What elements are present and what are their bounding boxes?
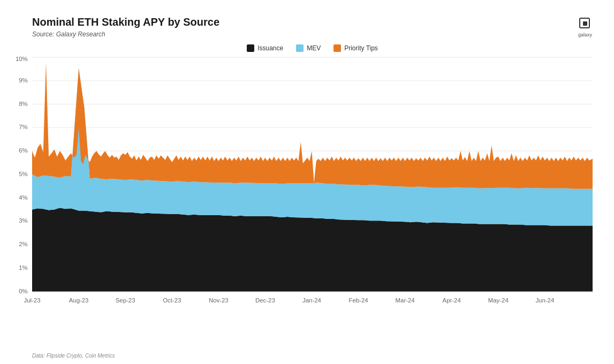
y-label-10: 10% <box>16 56 28 62</box>
chart-container: galaxy Nominal ETH Staking APY by Source… <box>0 0 614 364</box>
x-label-nov23: Nov-23 <box>209 297 229 304</box>
x-label-sep23: Sep-23 <box>116 297 135 304</box>
chart-legend: Issuance MEV Priority Tips <box>32 44 593 52</box>
issuance-label: Issuance <box>257 44 283 52</box>
y-label-0: 0% <box>19 287 27 294</box>
x-label-jun24: Jun-24 <box>535 297 554 304</box>
x-label-jul23: Jul-23 <box>24 297 40 304</box>
mev-area <box>32 69 593 226</box>
x-label-jan24: Jan-24 <box>302 297 321 304</box>
mev-label: MEV <box>307 44 321 52</box>
y-label-7: 7% <box>19 124 27 130</box>
x-label-mar24: Mar-24 <box>396 297 415 304</box>
y-label-3: 3% <box>19 217 27 224</box>
chart-area: 10% 9% 8% 7% 6% 5% 4% 3% 2% 1% 0% Jul-23… <box>32 57 593 325</box>
x-label-aug23: Aug-23 <box>69 297 89 304</box>
x-label-dec23: Dec-23 <box>255 297 275 304</box>
main-chart-svg: 10% 9% 8% 7% 6% 5% 4% 3% 2% 1% 0% Jul-23… <box>32 57 593 325</box>
y-label-6: 6% <box>19 147 27 154</box>
priority-tips-swatch <box>333 44 341 52</box>
x-label-may24: May-24 <box>488 297 509 304</box>
priority-tips-area <box>32 62 593 188</box>
svg-rect-1 <box>583 21 587 26</box>
x-label-feb24: Feb-24 <box>348 297 368 304</box>
legend-item-issuance: Issuance <box>247 44 283 52</box>
footer-note: Data: Flipside Crypto, Coin Metrics <box>32 353 115 359</box>
y-label-4: 4% <box>19 194 27 200</box>
chart-title: Nominal ETH Staking APY by Source <box>32 16 593 28</box>
mev-swatch <box>296 44 304 52</box>
y-label-5: 5% <box>19 171 27 177</box>
chart-subtitle: Source: Galaxy Research <box>32 31 593 38</box>
priority-tips-label: Priority Tips <box>344 44 378 52</box>
x-label-oct23: Oct-23 <box>163 297 181 304</box>
y-label-8: 8% <box>19 100 27 107</box>
logo-area: galaxy <box>578 16 593 37</box>
logo-text: galaxy <box>578 32 592 37</box>
galaxy-logo-icon <box>578 16 593 31</box>
y-label-2: 2% <box>19 241 27 247</box>
legend-item-mev: MEV <box>296 44 321 52</box>
issuance-swatch <box>247 44 254 52</box>
legend-item-priority-tips: Priority Tips <box>333 44 378 52</box>
y-label-9: 9% <box>19 77 27 84</box>
x-label-apr24: Apr-24 <box>443 297 461 304</box>
y-label-1: 1% <box>19 264 27 271</box>
